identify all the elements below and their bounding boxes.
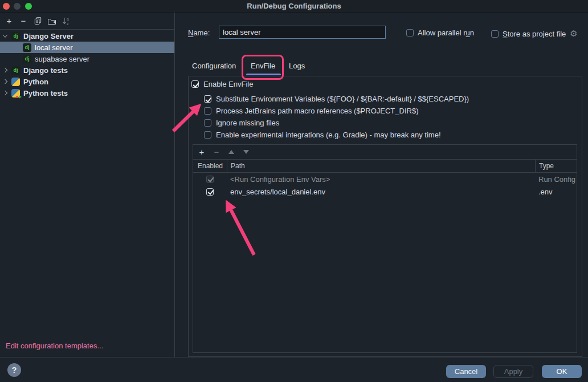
move-down-icon[interactable] [242, 150, 250, 154]
chevron-right-icon[interactable] [3, 79, 7, 84]
remove-env-file-icon[interactable]: − [213, 147, 220, 157]
column-header-path[interactable]: Path [227, 160, 535, 172]
allow-parallel-run-checkbox[interactable] [406, 29, 414, 36]
tree-item-label: Django tests [23, 66, 68, 75]
row-type: .env [535, 188, 577, 196]
name-input[interactable] [219, 26, 386, 39]
svg-text:z: z [67, 22, 69, 26]
env-table-toolbar: + − [193, 145, 577, 160]
ok-button[interactable]: OK [542, 365, 582, 378]
edit-configuration-templates-link[interactable]: Edit configuration templates... [6, 342, 103, 350]
allow-parallel-run-option: Allow parallel run [406, 29, 474, 37]
configuration-tree: dj Django Server dj local server dj supa… [0, 30, 174, 99]
tree-item-python[interactable]: Python [0, 76, 174, 87]
process-path-macro-label: Process JetBrains path macro references … [216, 107, 418, 115]
window-title: Run/Debug Configurations [0, 2, 588, 10]
env-files-table: + − Enabled Path Type <Run Configuration… [193, 144, 577, 353]
sidebar-toolbar: + − az [0, 13, 174, 30]
row-enabled-checkbox [206, 176, 214, 183]
configurations-sidebar: + − az dj Django Server dj local server … [0, 13, 175, 357]
move-up-icon[interactable] [227, 150, 235, 154]
chevron-right-icon[interactable] [3, 91, 7, 95]
add-env-file-icon[interactable]: + [198, 147, 206, 157]
tab-envfile[interactable]: EnvFile [251, 62, 275, 70]
enable-envfile-option: Enable EnvFile [191, 80, 253, 88]
copy-configuration-icon[interactable] [33, 17, 42, 26]
tree-item-label: supabase server [35, 55, 89, 63]
remove-configuration-icon[interactable]: − [19, 17, 28, 26]
ignore-missing-files-label: Ignore missing files [216, 119, 279, 127]
ignore-missing-files-option: Ignore missing files [204, 119, 279, 127]
svg-text:a: a [67, 17, 69, 21]
store-as-project-file-label: Store as project file [503, 30, 566, 38]
name-label-text: ame: [193, 29, 210, 37]
experimental-integrations-option: Enable experimental integrations (e.g. G… [204, 131, 441, 139]
experimental-integrations-checkbox[interactable] [204, 131, 211, 139]
title-bar: Run/Debug Configurations [0, 0, 588, 13]
store-as-project-file-option: Store as project file ⚙ [491, 29, 578, 39]
experimental-integrations-label: Enable experimental integrations (e.g. G… [216, 131, 441, 139]
chevron-right-icon[interactable] [3, 68, 7, 72]
new-folder-icon[interactable] [47, 17, 56, 26]
tree-item-label: Python [23, 78, 48, 86]
apply-button[interactable]: Apply [493, 365, 533, 378]
row-enabled-checkbox[interactable] [206, 188, 214, 196]
allow-parallel-run-label: Allow parallel run [418, 29, 474, 37]
row-type: Run Config [535, 175, 577, 184]
row-path: env_secrets/local_daniel.env [227, 188, 535, 196]
name-label-accel: N [188, 29, 193, 37]
tree-item-label: Django Server [23, 32, 74, 40]
tree-item-django-tests[interactable]: dj Django tests [0, 64, 174, 76]
python-icon [11, 78, 20, 86]
substitute-env-vars-option: Substitute Environment Variables (${FOO}… [204, 95, 469, 103]
django-icon: dj [23, 43, 31, 52]
substitute-env-vars-label: Substitute Environment Variables (${FOO}… [216, 95, 469, 103]
substitute-env-vars-checkbox[interactable] [204, 95, 211, 103]
process-path-macro-option: Process JetBrains path macro references … [204, 107, 418, 115]
table-row-run-config-env-vars[interactable]: <Run Configuration Env Vars> Run Config [193, 173, 577, 185]
tree-item-django-server[interactable]: dj Django Server [0, 30, 174, 42]
cancel-button[interactable]: Cancel [446, 365, 486, 378]
active-tab-underline [246, 74, 281, 75]
tree-item-label: Python tests [23, 89, 68, 97]
chevron-down-icon[interactable] [3, 32, 7, 37]
name-label: Name: [188, 29, 210, 37]
django-icon: dj [23, 55, 31, 63]
tab-logs[interactable]: Logs [289, 62, 305, 70]
enable-envfile-checkbox[interactable] [191, 80, 199, 88]
tree-item-python-tests[interactable]: Python tests [0, 87, 174, 99]
sort-alphabetically-icon[interactable]: az [62, 17, 71, 26]
enable-envfile-label: Enable EnvFile [203, 80, 253, 88]
store-as-project-file-checkbox[interactable] [491, 30, 499, 38]
table-row-env-secrets[interactable]: env_secrets/local_daniel.env .env [193, 185, 577, 198]
add-configuration-icon[interactable]: + [5, 17, 14, 26]
dialog-footer: ? Cancel Apply OK [0, 357, 588, 382]
django-tests-icon: dj [11, 66, 20, 75]
tree-item-local-server[interactable]: dj local server [0, 42, 174, 53]
tree-item-label: local server [35, 43, 72, 52]
tree-item-supabase-server[interactable]: dj supabase server [0, 53, 174, 64]
python-tests-icon [11, 89, 20, 97]
ignore-missing-files-checkbox[interactable] [204, 119, 211, 127]
column-header-type[interactable]: Type [535, 160, 577, 172]
tab-configuration[interactable]: Configuration [192, 62, 236, 70]
env-table-header: Enabled Path Type [193, 160, 577, 173]
row-path: <Run Configuration Env Vars> [227, 175, 535, 184]
column-header-enabled[interactable]: Enabled [193, 162, 227, 170]
help-button[interactable]: ? [7, 363, 21, 377]
gear-icon[interactable]: ⚙ [570, 29, 577, 39]
django-icon: dj [11, 32, 20, 40]
process-path-macro-checkbox[interactable] [204, 107, 211, 115]
